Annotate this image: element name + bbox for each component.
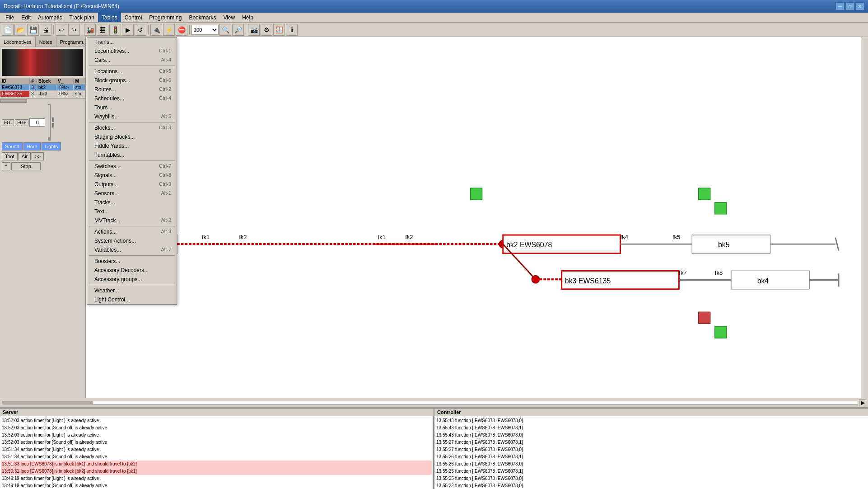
menu-mvtrack[interactable]: MVTrack... Alt-2 bbox=[87, 216, 177, 225]
lights-button[interactable]: Lights bbox=[42, 142, 61, 150]
menu-programming[interactable]: Programming bbox=[145, 13, 185, 22]
toot-button[interactable]: Toot bbox=[2, 152, 18, 160]
menu-turntables[interactable]: Turntables... bbox=[87, 150, 177, 160]
minimize-button[interactable]: ─ bbox=[835, 2, 845, 10]
loco-row-ews6135[interactable]: EWS6135 3 -bk3 -0%> sto bbox=[0, 91, 85, 97]
menu-blockgroups-shortcut: Ctrl-6 bbox=[159, 77, 171, 84]
menu-boosters[interactable]: Boosters... bbox=[87, 257, 177, 266]
auto-button[interactable]: ▶ bbox=[122, 24, 134, 36]
menu-actions[interactable]: Actions... Alt-3 bbox=[87, 227, 177, 236]
menu-variables[interactable]: Variables... Alt-7 bbox=[87, 245, 177, 254]
tab-notes[interactable]: Notes bbox=[36, 37, 56, 47]
zoom-in-button[interactable]: 🔍 bbox=[219, 24, 231, 36]
speed-indicator-2 bbox=[52, 123, 54, 127]
window-button[interactable]: 🪟 bbox=[273, 24, 285, 36]
stop-button[interactable]: Stop bbox=[11, 162, 41, 170]
menu-automatic[interactable]: Automatic bbox=[34, 13, 65, 22]
loco-row-ews6078[interactable]: EWS6078 3 bk2 -0%> sto bbox=[0, 85, 85, 91]
up-button[interactable]: ^ bbox=[2, 162, 10, 170]
menu-trains-label: Trains... bbox=[94, 39, 114, 45]
fg-plus-button[interactable]: FG+ bbox=[15, 119, 28, 126]
tab-programming[interactable]: Programm... bbox=[56, 37, 86, 47]
menu-cars-label: Cars... bbox=[94, 57, 110, 63]
menu-lightcontrol[interactable]: Light Control... bbox=[87, 295, 177, 304]
svg-rect-24 bbox=[731, 271, 809, 289]
screenshot-button[interactable]: 📷 bbox=[248, 24, 260, 36]
menu-control[interactable]: Control bbox=[121, 13, 146, 22]
refresh-button[interactable]: ↺ bbox=[135, 24, 146, 36]
controller-log[interactable]: 13:55:43 function [ EWS6078 ,EWS6078,0] … bbox=[434, 416, 868, 489]
undo-button[interactable]: ↩ bbox=[56, 24, 67, 36]
log-entry: 13:55:26 function [ EWS6078 ,EWS6078,0] bbox=[435, 461, 867, 468]
menu-edit[interactable]: Edit bbox=[18, 13, 34, 22]
menu-accessorydecoders[interactable]: Accessory Decoders... bbox=[87, 266, 177, 275]
menu-fiddleyards[interactable]: Fiddle Yards... bbox=[87, 141, 177, 150]
signal-button[interactable]: 🚦 bbox=[109, 24, 121, 36]
canvas-area[interactable]: bk1 fk1 fk2 bk2 EWS6078 fk4 fk5 bk5 bbox=[86, 37, 868, 398]
zoom-select[interactable]: 25 50 75 100 150 200 bbox=[191, 25, 219, 35]
menu-sensors[interactable]: Sensors... Alt-1 bbox=[87, 189, 177, 198]
log-entry: 13:55:43 function [ EWS6078 ,EWS6078,1] bbox=[435, 424, 867, 432]
menu-tours[interactable]: Tours... bbox=[87, 103, 177, 112]
maximize-button[interactable]: □ bbox=[845, 2, 854, 10]
col-mode: M bbox=[74, 78, 85, 85]
redo-button[interactable]: ↪ bbox=[68, 24, 80, 36]
loco-id-1: EWS6078 bbox=[0, 85, 30, 91]
settings-button[interactable]: ⚙ bbox=[261, 24, 272, 36]
menu-trackplan[interactable]: Track plan bbox=[65, 13, 98, 22]
menu-mvtrack-shortcut: Alt-2 bbox=[161, 217, 171, 224]
sound-button[interactable]: Sound bbox=[2, 142, 23, 150]
emergency-button[interactable]: ⛔ bbox=[176, 24, 187, 36]
menu-blockgroups[interactable]: Block groups... Ctrl-6 bbox=[87, 76, 177, 85]
save-button[interactable]: 💾 bbox=[27, 24, 39, 36]
menu-blocks[interactable]: Blocks... Ctrl-3 bbox=[87, 123, 177, 132]
power-button[interactable]: ⚡ bbox=[163, 24, 175, 36]
menu-bookmarks[interactable]: Bookmarks bbox=[185, 13, 219, 22]
menu-schedules[interactable]: Schedules... Ctrl-4 bbox=[87, 94, 177, 103]
menu-stagingblocks[interactable]: Staging Blocks... bbox=[87, 132, 177, 141]
fg-value-input[interactable] bbox=[29, 118, 45, 127]
menu-text[interactable]: Text... bbox=[87, 207, 177, 216]
print-button[interactable]: 🖨 bbox=[40, 24, 51, 36]
loco-id-2: EWS6135 bbox=[0, 91, 30, 97]
horn-button[interactable]: Horn bbox=[23, 142, 41, 150]
menu-text-label: Text... bbox=[94, 208, 109, 215]
fg-minus-button[interactable]: FG- bbox=[2, 119, 14, 126]
tab-locomotives[interactable]: Locomotives bbox=[0, 37, 36, 47]
menu-outputs[interactable]: Outputs... Ctrl-9 bbox=[87, 180, 177, 189]
menu-tables[interactable]: Tables bbox=[98, 13, 121, 22]
server-log[interactable]: 13:52:03 action timer for [Light ] is al… bbox=[0, 416, 434, 489]
menu-help[interactable]: Help bbox=[238, 13, 257, 22]
new-button[interactable]: 📄 bbox=[2, 24, 14, 36]
close-button[interactable]: ✕ bbox=[855, 2, 864, 10]
menu-locations[interactable]: Locations... Ctrl-5 bbox=[87, 67, 177, 76]
menu-systemactions[interactable]: System Actions... bbox=[87, 236, 177, 245]
menu-stagingblocks-label: Staging Blocks... bbox=[94, 134, 135, 140]
menu-accessorygroups[interactable]: Accessory groups... bbox=[87, 275, 177, 284]
loco-scrollbar[interactable] bbox=[0, 98, 85, 103]
menu-switches[interactable]: Switches... Ctrl-7 bbox=[87, 162, 177, 171]
menu-blockgroups-label: Block groups... bbox=[94, 77, 130, 84]
canvas-scrollbar-right[interactable] bbox=[861, 37, 868, 398]
menu-routes[interactable]: Routes... Ctrl-2 bbox=[87, 85, 177, 94]
info-button[interactable]: ℹ bbox=[286, 24, 298, 36]
menu-locomotives[interactable]: Locomotives... Ctrl-1 bbox=[87, 47, 177, 56]
open-button[interactable]: 📂 bbox=[14, 24, 26, 36]
menu-tracks[interactable]: Tracks... bbox=[87, 198, 177, 207]
menu-view[interactable]: View bbox=[219, 13, 238, 22]
forward-button[interactable]: >> bbox=[32, 152, 44, 160]
menu-cars[interactable]: Cars... Alt-4 bbox=[87, 56, 177, 65]
menu-trains[interactable]: Trains... bbox=[87, 38, 177, 47]
menu-waybills[interactable]: Waybills... Alt-5 bbox=[87, 112, 177, 121]
scroll-right-button[interactable]: ▶ bbox=[859, 399, 866, 406]
zoom-out-button[interactable]: 🔎 bbox=[232, 24, 244, 36]
loco-button[interactable]: 🚂 bbox=[84, 24, 96, 36]
menu-signals[interactable]: Signals... Ctrl-8 bbox=[87, 171, 177, 180]
connect-button[interactable]: 🔌 bbox=[150, 24, 162, 36]
menu-weather[interactable]: Weather... bbox=[87, 286, 177, 295]
menu-switches-shortcut: Ctrl-7 bbox=[159, 163, 171, 169]
horizontal-scrollbar[interactable] bbox=[2, 401, 858, 404]
menu-file[interactable]: File bbox=[2, 13, 18, 22]
air-button[interactable]: Air bbox=[19, 152, 31, 160]
track-button[interactable]: 🛤 bbox=[97, 24, 108, 36]
